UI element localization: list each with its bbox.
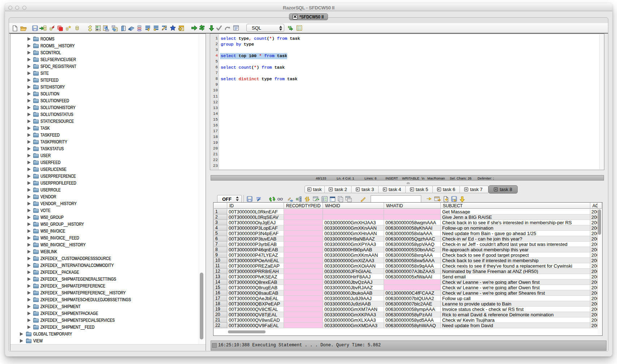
svg-text:66: 66: [288, 25, 292, 29]
